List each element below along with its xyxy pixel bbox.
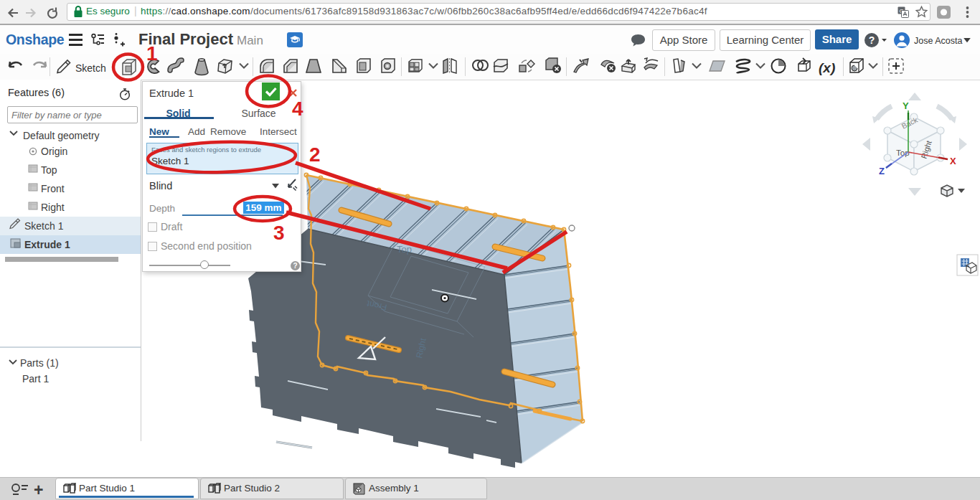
svg-text:4: 4 — [292, 98, 303, 120]
svg-text:3: 3 — [273, 222, 285, 244]
svg-text:1: 1 — [146, 42, 158, 65]
svg-text:2: 2 — [309, 143, 321, 166]
